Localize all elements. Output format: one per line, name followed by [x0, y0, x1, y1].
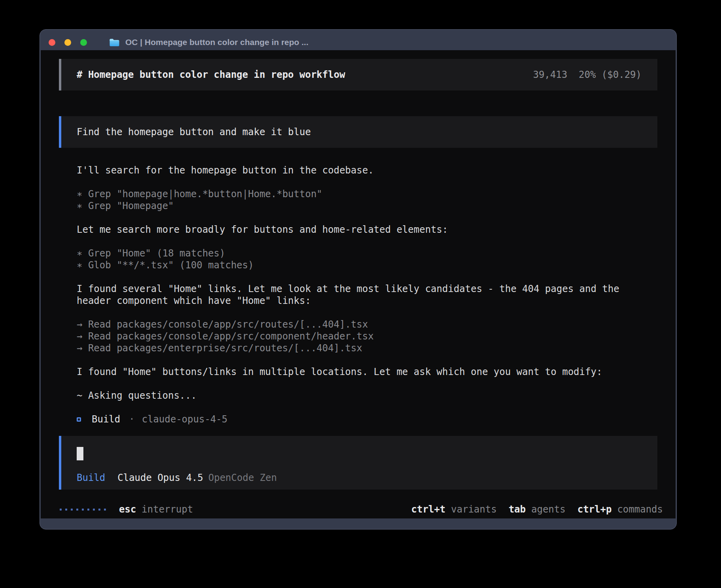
statusbar-shortcuts: ctrl+tvariantstabagentsctrl+pcommands [411, 504, 663, 515]
window-title-group: OC | Homepage button color change in rep… [109, 38, 308, 47]
tool-call-line: → Read packages/enterprise/src/routes/[.… [77, 342, 657, 354]
spinner-dot [93, 509, 95, 511]
interrupt-label: interrupt [142, 504, 193, 515]
agent-name: Build [92, 414, 120, 425]
tool-call-line: ∗ Grep "Home" (18 matches) [77, 247, 657, 259]
text-cursor [77, 447, 83, 460]
minimize-button[interactable] [64, 39, 71, 46]
tool-call-line: → Read packages/console/app/src/routes/[… [77, 318, 657, 330]
input-agent-label[interactable]: Build [77, 472, 105, 483]
assistant-text-line: I found "Home" buttons/links in multiple… [77, 366, 657, 378]
assistant-text-line: Let me search more broadly for buttons a… [77, 224, 657, 236]
window-title: OC | Homepage button color change in rep… [125, 38, 308, 47]
folder-icon [109, 38, 120, 47]
terminal-window: OC | Homepage button color change in rep… [40, 29, 677, 530]
spinner-dot [76, 509, 78, 511]
agent-separator: · [129, 414, 134, 425]
spinner-dot [104, 509, 106, 511]
terminal-content: # Homepage button color change in repo w… [41, 50, 676, 518]
user-message-text: Find the homepage button and make it blu… [77, 126, 311, 138]
transcript: I'll search for the homepage button in t… [77, 164, 657, 401]
session-stats: 39,413 20% ($0.29) [533, 69, 642, 80]
assistant-text-line: ~ Asking questions... [77, 390, 657, 401]
assistant-text-line: I found several "Home" links. Let me loo… [77, 283, 657, 295]
spinner-dot [65, 509, 67, 511]
close-button[interactable] [49, 39, 55, 46]
shortcut-label: variants [451, 504, 497, 515]
tool-call-line: ∗ Glob "**/*.tsx" (100 matches) [77, 259, 657, 271]
prompt-input[interactable]: Build Claude Opus 4.5 OpenCode Zen [59, 436, 657, 490]
build-agent-icon [77, 417, 81, 422]
agent-model: claude-opus-4-5 [142, 414, 228, 425]
traffic-lights [49, 39, 87, 46]
spinner-dot [98, 509, 100, 511]
statusbar-left: esc interrupt [60, 504, 193, 515]
shortcut-key: ctrl+p [578, 504, 612, 515]
input-model-label[interactable]: Claude Opus 4.5 [117, 472, 203, 483]
agent-status-row: Build · claude-opus-4-5 [77, 413, 227, 425]
tool-call-line: → Read packages/console/app/src/componen… [77, 330, 657, 342]
tool-call-line: ∗ Grep "Homepage" [77, 200, 657, 212]
tool-call-line: ∗ Grep "homepage|home.*button|Home.*butt… [77, 188, 657, 200]
spinner-dot [82, 509, 84, 511]
spinner-dot [60, 509, 62, 511]
assistant-text-line: I'll search for the homepage button in t… [77, 164, 657, 176]
session-header: # Homepage button color change in repo w… [59, 59, 657, 90]
user-message: Find the homepage button and make it blu… [59, 116, 657, 148]
spinner-dot [87, 509, 89, 511]
session-title: # Homepage button color change in repo w… [77, 69, 345, 80]
zoom-button[interactable] [80, 39, 87, 46]
interrupt-key: esc [119, 504, 136, 515]
shortcut-hint: ctrl+pcommands [578, 504, 663, 515]
shortcut-key: tab [509, 504, 526, 515]
shortcut-hint: tabagents [509, 504, 566, 515]
statusbar: esc interrupt ctrl+tvariantstabagentsctr… [60, 503, 663, 516]
shortcut-label: commands [617, 504, 663, 515]
shortcut-key: ctrl+t [411, 504, 445, 515]
assistant-text-line: header component which have "Home" links… [77, 295, 657, 307]
input-provider-label: OpenCode Zen [208, 472, 277, 483]
window-titlebar: OC | Homepage button color change in rep… [40, 30, 676, 50]
spinner-dots [60, 509, 106, 511]
interrupt-hint: esc interrupt [119, 504, 193, 515]
input-meta-row: Build Claude Opus 4.5 OpenCode Zen [77, 472, 277, 483]
shortcut-label: agents [531, 504, 566, 515]
spinner-dot [71, 509, 73, 511]
shortcut-hint: ctrl+tvariants [411, 504, 496, 515]
